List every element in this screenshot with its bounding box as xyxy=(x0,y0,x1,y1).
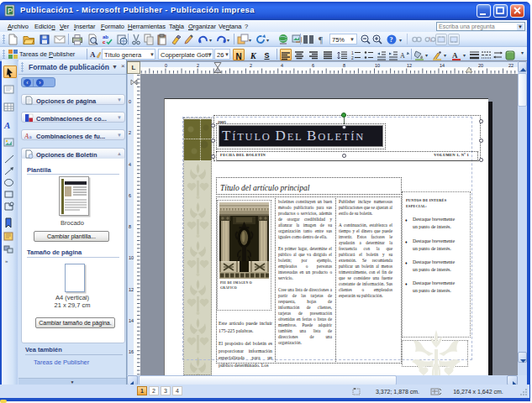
svg-text:2: 2 xyxy=(197,63,199,68)
svg-text:P: P xyxy=(8,7,13,15)
svg-text:14: 14 xyxy=(129,318,134,323)
svg-text:8: 8 xyxy=(343,63,345,68)
svg-text:14: 14 xyxy=(440,63,445,68)
svg-text:A: A xyxy=(90,50,96,59)
svg-text:A: A xyxy=(3,120,10,130)
svg-text:12: 12 xyxy=(129,287,134,292)
svg-text:6: 6 xyxy=(312,63,314,68)
svg-text:4: 4 xyxy=(281,63,283,68)
svg-text:20: 20 xyxy=(478,63,483,68)
svg-text:A: A xyxy=(400,52,405,60)
svg-text:K: K xyxy=(250,51,257,60)
svg-text:0: 0 xyxy=(129,99,131,104)
svg-text:0: 0 xyxy=(165,63,167,68)
svg-text:22: 22 xyxy=(508,63,514,68)
svg-text:8: 8 xyxy=(129,224,131,229)
svg-text:2: 2 xyxy=(129,130,131,135)
svg-text:12: 12 xyxy=(407,63,412,68)
svg-text:A: A xyxy=(452,51,458,60)
svg-text:¶: ¶ xyxy=(319,34,323,44)
svg-text:6: 6 xyxy=(129,193,131,198)
svg-text:c: c xyxy=(103,39,106,44)
svg-text:4: 4 xyxy=(129,162,131,167)
svg-text:2: 2 xyxy=(250,63,252,68)
svg-text:a: a xyxy=(29,133,33,140)
svg-text:16: 16 xyxy=(129,349,134,354)
svg-text:10: 10 xyxy=(375,63,380,68)
svg-text:?: ? xyxy=(390,36,393,44)
svg-text:S: S xyxy=(265,51,270,60)
svg-text:10: 10 xyxy=(129,255,134,260)
